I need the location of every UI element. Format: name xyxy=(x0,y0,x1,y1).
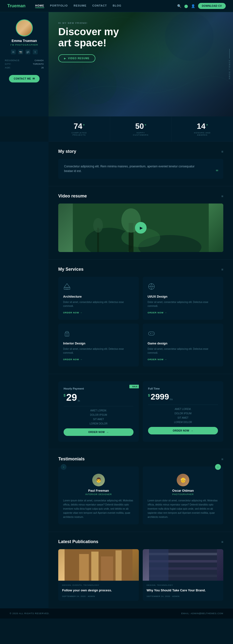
fulltime-feat-2: DOLOR IPSUM xyxy=(148,412,218,415)
uiux-icon xyxy=(148,282,218,292)
nav-resume[interactable]: RESUME xyxy=(74,4,86,8)
pricing-fulltime: Full Time $ 2999 /m AMET LOREM. DOLOR IP… xyxy=(143,381,223,442)
github-icon[interactable]: gh xyxy=(26,50,30,54)
service-game: Game design Dolor sit amet, consectetur … xyxy=(143,324,223,366)
services-grid: Architecture Dolor sit amet, consectetur… xyxy=(58,277,223,366)
video-resume-icon: ≡ xyxy=(221,194,223,198)
profile-info: RESIDENCE: CANADA CITY: TORONTO AGE: 26 xyxy=(5,59,44,70)
hourly-badge: SALE xyxy=(129,385,139,388)
social-icons: in 📷 gh t xyxy=(11,50,38,54)
fulltime-currency: $ xyxy=(148,394,150,397)
hero-content: HI MY NEW FRIEND! Discover my art space!… xyxy=(49,12,233,70)
video-resume-header: Video resume ≡ xyxy=(58,194,223,199)
testimonial-prev-button[interactable]: ‹ xyxy=(61,464,67,470)
nav-portfolio[interactable]: PORTFOLIO xyxy=(50,4,68,8)
footer: © 2020 ALL RIGHTS RESERVED. EMAIL: ADMIN… xyxy=(0,608,233,618)
pricing-hourly: SALE Hourly Payment $ 29 /h AMET LOREM. … xyxy=(58,381,139,442)
download-cv-button[interactable]: DOWNLOAD CV xyxy=(198,3,226,9)
paul-role: Interior designer xyxy=(63,493,134,496)
residence-row: RESIDENCE: CANADA xyxy=(5,59,44,62)
age-label: AGE: xyxy=(5,66,11,69)
fulltime-feat-4: LOREM DOLOR xyxy=(148,421,218,424)
svg-rect-14 xyxy=(66,288,68,290)
residence-label: RESIDENCE: xyxy=(5,59,20,62)
user-icon[interactable]: 👤 xyxy=(191,4,195,8)
video-thumbnail[interactable]: ▶ xyxy=(58,204,223,252)
fulltime-amount: $ 2999 /m xyxy=(148,392,218,401)
service-architecture-link[interactable]: ORDER NOW xyxy=(63,312,134,314)
svg-rect-27 xyxy=(101,556,113,581)
services-icon: ≡ xyxy=(221,268,223,272)
service-interior-link[interactable]: ORDER NOW xyxy=(63,358,134,361)
pub-meta-2: SEPTEMBER 24, 2020 · ADMIN xyxy=(147,595,219,598)
pricing-grid: SALE Hourly Payment $ 29 /h AMET LOREM. … xyxy=(58,381,223,442)
service-interior-name: Interior Design xyxy=(63,342,134,345)
residence-value: CANADA xyxy=(35,59,44,62)
instagram-icon[interactable]: 📷 xyxy=(18,50,23,54)
hourly-type: Hourly Payment xyxy=(64,387,133,390)
pub-title-2[interactable]: Why You Should Take Care Your Brand. xyxy=(147,588,219,592)
city-row: CITY: TORONTO xyxy=(5,63,44,65)
svg-rect-26 xyxy=(91,552,99,581)
publications-icon: ≡ xyxy=(221,540,223,544)
stats-bar: 74+ COMPLETEDPROJECTS 50+ HAPPYCUSTOMERS… xyxy=(49,116,233,142)
hourly-feat-1: AMET LOREM. xyxy=(64,409,133,412)
my-story-title: My story xyxy=(58,149,76,154)
circle-icon[interactable]: ⬤ xyxy=(184,4,188,8)
testimonial-next-button[interactable]: › xyxy=(215,464,221,470)
pub-card-2: DESIGN, TECHNOLOGY Why You Should Take C… xyxy=(143,549,223,600)
video-resume-section: Video resume ≡ xyxy=(49,186,233,260)
logo[interactable]: Trueman xyxy=(7,4,26,8)
svg-point-2 xyxy=(78,66,117,104)
contact-me-button[interactable]: CONTACT ME xyxy=(9,75,40,82)
hourly-order-button[interactable]: ORDER NOW xyxy=(64,428,133,436)
stat-honors-number: 14+ xyxy=(176,122,228,131)
svg-point-22 xyxy=(152,333,153,334)
svg-rect-28 xyxy=(116,550,122,581)
stat-honors-label: HONORS ANDAWARDS xyxy=(176,132,228,136)
twitter-icon[interactable]: t xyxy=(33,50,38,54)
age-value: 26 xyxy=(41,66,44,69)
search-icon[interactable]: 🔍 xyxy=(177,4,181,8)
pub-body-1: DESIGN, EVENTS, TECHNOLOGY Follow your o… xyxy=(58,581,139,600)
publications-title: Latest Publications xyxy=(58,539,98,544)
oscar-name: Oscar Oldman xyxy=(148,489,218,492)
nav-contact[interactable]: CONTACT xyxy=(92,4,107,8)
hourly-amount: $ 29 /h xyxy=(64,392,133,402)
profile-name: Emma Trueman xyxy=(12,39,37,43)
paul-avatar: 👨 xyxy=(92,474,105,486)
pub-art-1 xyxy=(58,549,139,581)
service-game-link[interactable]: ORDER NOW xyxy=(148,358,218,361)
stat-customers-label: HAPPYCUSTOMERS xyxy=(115,132,167,136)
service-uiux-desc: Dolor sit amet, consectetur adipiscing e… xyxy=(148,300,218,308)
testimonial-paul: ‹ 👨 Paul Freeman Interior designer Lorem… xyxy=(58,466,139,524)
nav-links: HOME PORTFOLIO RESUME CONTACT BLOG xyxy=(35,4,177,8)
play-icon: ▶ xyxy=(140,226,143,230)
city-label: CITY: xyxy=(5,63,12,65)
service-uiux-link[interactable]: ORDER NOW xyxy=(148,312,218,314)
sidebar-spacer xyxy=(0,142,49,608)
pub-art-2 xyxy=(143,549,223,581)
avatar xyxy=(16,20,33,36)
quote-mark: " xyxy=(216,168,218,175)
linkedin-icon[interactable]: in xyxy=(11,50,16,54)
fulltime-order-button[interactable]: ORDER NOW xyxy=(148,427,218,434)
nav-blog[interactable]: BLOG xyxy=(113,4,121,8)
stat-customers: 50+ HAPPYCUSTOMERS xyxy=(110,116,172,142)
pricing-section: SALE Hourly Payment $ 29 /h AMET LOREM. … xyxy=(49,374,233,449)
nav-home[interactable]: HOME xyxy=(35,4,44,8)
fulltime-divider xyxy=(148,404,218,405)
hourly-feat-4: LOREM DOLOR xyxy=(64,422,133,425)
profile-title: I'M PHOTOGRAPHER xyxy=(11,44,38,46)
hourly-value: 29 xyxy=(66,392,77,402)
hero-title: Discover my art space! xyxy=(58,26,223,48)
stat-completed-number: 74+ xyxy=(53,122,105,131)
my-story-header: My story ≡ xyxy=(58,149,223,154)
interior-icon xyxy=(63,330,134,338)
video-resume-button[interactable]: VIDEO RESUME xyxy=(58,54,95,62)
service-architecture-name: Architecture xyxy=(63,295,134,298)
pub-title-1[interactable]: Follow your own design process. xyxy=(62,588,135,592)
hourly-feat-2: DOLOR IPSUM xyxy=(64,414,133,416)
story-text: Consectetur adipisicing elit. Rem minima… xyxy=(64,164,202,174)
my-story-icon: ≡ xyxy=(221,150,223,154)
